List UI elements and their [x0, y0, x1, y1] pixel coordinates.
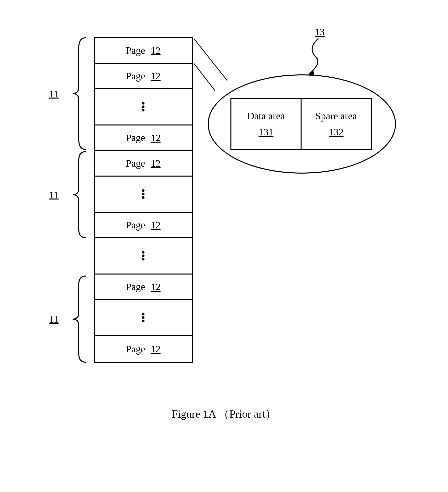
svg-line-1: [194, 63, 215, 91]
page-label: Page: [126, 70, 145, 82]
page-label: Page: [126, 157, 145, 169]
page-label: Page: [126, 132, 145, 144]
page-stack: Page 12 Page 12 ••• Page 12 Page 12 ••• …: [94, 37, 193, 363]
callout-pointer: [194, 38, 243, 93]
data-area-cell: Data area 131: [231, 99, 302, 149]
page-label: Page: [126, 281, 145, 293]
ellipsis-row: •••: [95, 89, 192, 125]
block-ref: 11: [49, 189, 59, 201]
page-row: Page 12: [95, 336, 192, 362]
figure-caption: Figure 1A （Prior art）: [0, 407, 448, 421]
sector-ref: 13: [315, 26, 325, 38]
brace-block-3: 11: [71, 276, 89, 363]
page-ref: 12: [151, 343, 161, 355]
ellipsis-row: •••: [95, 238, 192, 275]
page-row: Page 12: [95, 213, 192, 238]
page-ref: 12: [151, 45, 161, 56]
sector-box: Data area 131 Spare area 132: [230, 98, 372, 150]
page-label: Page: [126, 45, 145, 56]
spare-area-label: Spare area: [315, 110, 357, 122]
page-row: Page 12: [95, 151, 192, 177]
page-ref: 12: [151, 219, 161, 231]
page-row: Page 12: [95, 64, 192, 89]
page-row: Page 12: [95, 38, 192, 64]
brace-block-2: 11: [71, 151, 89, 238]
page-ref: 12: [151, 70, 161, 82]
page-ref: 12: [151, 281, 161, 293]
page-label: Page: [126, 219, 145, 231]
block-ref: 11: [49, 313, 59, 325]
page-ref: 12: [151, 132, 161, 144]
data-area-label: Data area: [247, 110, 285, 122]
data-area-ref: 131: [259, 126, 274, 138]
arrow-icon: [295, 37, 330, 79]
block-ref: 11: [49, 88, 59, 99]
spare-area-cell: Spare area 132: [302, 99, 371, 149]
page-ref: 12: [151, 157, 161, 169]
page-label: Page: [126, 343, 145, 355]
brace-block-1: 11: [71, 37, 89, 150]
ellipsis-row: •••: [95, 177, 192, 213]
page-row: Page 12: [95, 125, 192, 151]
svg-line-0: [194, 38, 227, 81]
spare-area-ref: 132: [329, 126, 344, 138]
ellipsis-row: •••: [95, 300, 192, 336]
page-row: Page 12: [95, 275, 192, 300]
